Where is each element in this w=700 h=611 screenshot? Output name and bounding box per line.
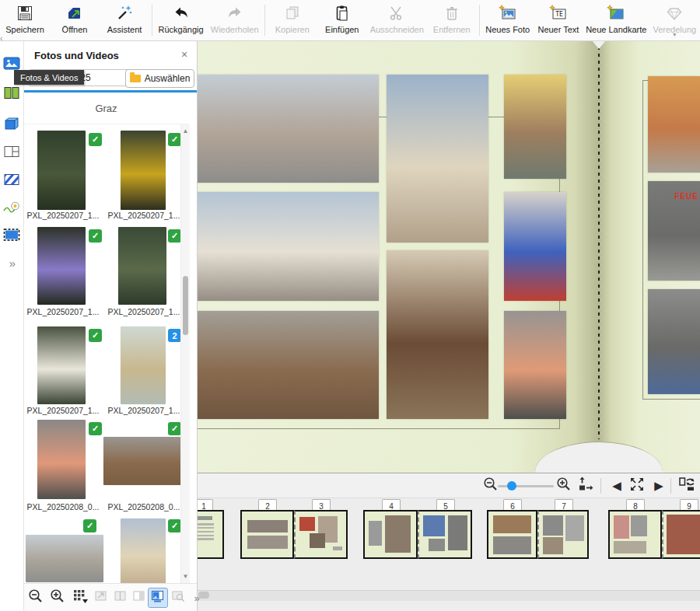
move-pages-button[interactable]: [679, 477, 696, 494]
controls-separator: [600, 478, 601, 494]
sidebar-item-photo-borders[interactable]: [2, 226, 22, 246]
selected-check-badge[interactable]: ✓: [168, 422, 181, 435]
new-text-button[interactable]: TENeuer Text: [534, 0, 583, 40]
fit-spread-button[interactable]: [628, 477, 646, 494]
page-thumbnail-6[interactable]: [487, 510, 537, 559]
photo-thumbnail[interactable]: [103, 437, 184, 485]
thumb-photo-block: [667, 515, 700, 555]
selected-check-badge[interactable]: ✓: [89, 229, 102, 243]
view-right-button[interactable]: [130, 588, 149, 607]
new-photo-icon: [499, 4, 517, 23]
page-thumbnail-8[interactable]: [608, 510, 662, 559]
page-thumbnail-5[interactable]: [418, 510, 472, 559]
selected-check-badge[interactable]: ✓: [89, 133, 102, 146]
sidebar-item-cliparts[interactable]: [2, 199, 22, 219]
zoom-slider-thumb[interactable]: [507, 481, 516, 491]
thumb-photo-block: [493, 515, 531, 534]
page-thumbnail-2[interactable]: [240, 510, 294, 559]
sidebar-item-more[interactable]: »: [2, 253, 22, 273]
photo-thumbnail[interactable]: [121, 326, 166, 404]
zoom-in-button[interactable]: [555, 477, 572, 494]
sidebar-item-layouts[interactable]: [2, 84, 22, 104]
copy-button[interactable]: Kopieren: [268, 0, 317, 40]
next-page-button[interactable]: ▶: [650, 477, 667, 494]
photo-thumbnail[interactable]: [121, 518, 166, 583]
page-thumbnail-3[interactable]: [294, 510, 348, 559]
photo-thumbnail[interactable]: [37, 420, 86, 499]
zoom-in-button[interactable]: [48, 588, 67, 607]
view-split-button[interactable]: [111, 588, 130, 607]
sidebar-item-backgrounds[interactable]: [2, 115, 22, 135]
book-photo-ground-leaves[interactable]: [197, 311, 379, 419]
selected-check-badge[interactable]: ✓: [168, 229, 181, 243]
photo-list-scrollbar-thumb[interactable]: [183, 276, 188, 335]
zoom-out-button[interactable]: [26, 588, 45, 607]
view-find-button[interactable]: [169, 588, 187, 607]
choose-folder-button[interactable]: Auswählen: [125, 69, 194, 88]
page-thumbnail-4[interactable]: [363, 510, 418, 559]
assistant-button[interactable]: Assistent: [100, 0, 149, 40]
sidebar-item-layout-frames[interactable]: [2, 143, 22, 163]
page-thumbnail-9[interactable]: [662, 510, 700, 559]
book-photo-kite-figure[interactable]: [504, 192, 566, 301]
photo-thumbnail[interactable]: [37, 131, 86, 210]
book-photo-church[interactable]: [387, 75, 488, 243]
new-photo-label: Neues Foto: [485, 25, 530, 34]
book-photo-bicycles[interactable]: [648, 289, 700, 394]
book-photo-building-tree[interactable]: [197, 192, 379, 301]
book-photo-bollard[interactable]: [504, 311, 566, 419]
book-photo-market[interactable]: [504, 75, 566, 179]
selected-check-badge[interactable]: ✓: [89, 329, 102, 342]
selected-check-badge[interactable]: ✓: [89, 422, 102, 435]
thumb-size-button[interactable]: [72, 588, 90, 607]
more-tools-button[interactable]: »: [187, 588, 206, 607]
cut-label: Ausschneiden: [370, 25, 424, 34]
photo-thumbnail[interactable]: [121, 131, 166, 210]
paste-button[interactable]: Einfügen: [317, 0, 367, 40]
view-used-button[interactable]: [149, 588, 167, 607]
undo-button[interactable]: Rückgängig: [155, 0, 207, 40]
prev-page-button[interactable]: ◀: [608, 477, 625, 494]
redo-button[interactable]: Wiederholen: [207, 0, 262, 40]
page-thumbnail-7[interactable]: [537, 510, 589, 559]
selected-check-badge[interactable]: ✓: [168, 133, 181, 146]
book-photo-street-hill[interactable]: [197, 75, 379, 183]
scroll-down-icon[interactable]: ▼: [181, 573, 190, 580]
fit-icon: [577, 476, 594, 496]
zoom-out-button[interactable]: [482, 477, 499, 494]
close-icon[interactable]: ×: [178, 48, 191, 61]
delete-button[interactable]: Entfernen: [427, 0, 477, 40]
filmstrip-scrollbar-track[interactable]: [197, 590, 700, 601]
book-photo-fire-station[interactable]: FEUE: [648, 181, 700, 281]
photo-thumbnail[interactable]: [37, 227, 86, 305]
view-move-button[interactable]: [92, 588, 110, 607]
selected-check-badge[interactable]: ✓: [168, 519, 181, 532]
photo-thumbnail[interactable]: [26, 535, 103, 582]
photo-thumbnail[interactable]: [37, 326, 86, 404]
tooltip: Fotos & Videos: [14, 70, 84, 85]
fit-page-button[interactable]: [577, 477, 594, 494]
book-photo-orange-building[interactable]: [648, 76, 700, 173]
photo-thumbnail[interactable]: [118, 227, 166, 305]
selected-check-badge[interactable]: ✓: [83, 519, 96, 532]
zoom-slider-track[interactable]: [498, 485, 554, 487]
photo-group-header[interactable]: Graz: [23, 93, 189, 124]
collapse-panel-icon[interactable]: ‹: [0, 34, 2, 43]
refine-button[interactable]: Veredelung▾: [649, 0, 700, 40]
cut-button[interactable]: Ausschneiden: [367, 0, 427, 40]
new-map-button[interactable]: Neue Landkarte: [583, 0, 649, 40]
panel-title: Fotos und Videos: [34, 50, 119, 61]
photo-list-scrollbar[interactable]: ▲ ▼: [180, 124, 190, 583]
photo-filename: PXL_20250207_1...: [23, 406, 103, 416]
new-photo-button[interactable]: Neues Foto: [482, 0, 534, 40]
open-button[interactable]: Öffnen: [50, 0, 100, 40]
usage-count-badge[interactable]: 2: [168, 329, 181, 342]
scroll-up-icon[interactable]: ▲: [181, 127, 190, 134]
thumb-photo-block: [197, 531, 215, 532]
save-button[interactable]: Speichern: [0, 0, 50, 40]
book-photo-portal-door[interactable]: [387, 250, 488, 419]
layouts-icon: [3, 85, 20, 103]
thumb-photo-block: [543, 515, 563, 536]
sidebar-item-masks[interactable]: [2, 171, 22, 191]
thumb-photo-block: [565, 515, 584, 541]
